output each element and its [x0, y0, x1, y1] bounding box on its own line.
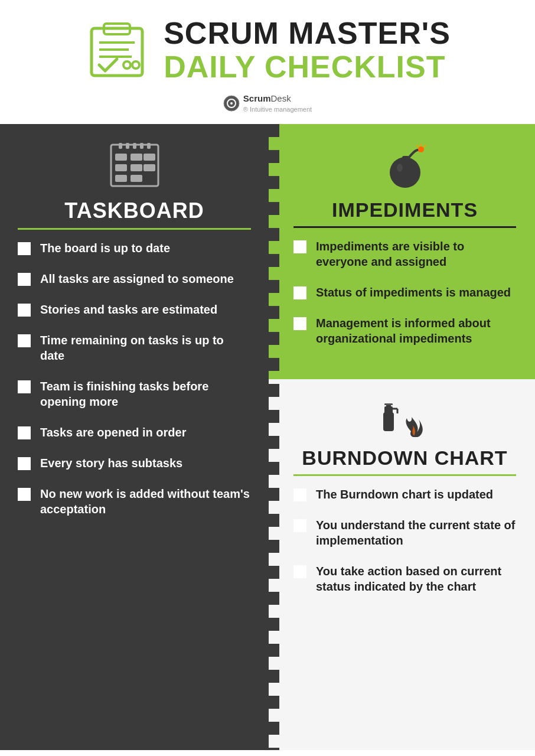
header-line1: SCRUM MASTER'S: [164, 17, 451, 50]
checkbox[interactable]: [18, 426, 31, 439]
list-item: The board is up to date: [18, 240, 251, 256]
item-text: The Burndown chart is updated: [316, 487, 493, 502]
right-column: IMPEDIMENTS Impediments are visible to e…: [269, 124, 535, 750]
list-item: No new work is added without team's acce…: [18, 486, 251, 517]
taskboard-checklist: The board is up to date All tasks are as…: [18, 240, 251, 517]
checkbox[interactable]: [293, 488, 306, 501]
item-text: Management is informed about organizatio…: [316, 315, 516, 346]
checkbox[interactable]: [18, 273, 31, 286]
svg-point-9: [230, 102, 233, 105]
checkbox[interactable]: [18, 380, 31, 393]
item-text: Status of impediments is managed: [316, 285, 511, 300]
main-content: TASKBOARD The board is up to date All ta…: [0, 124, 535, 750]
checkbox[interactable]: [18, 488, 31, 501]
svg-rect-17: [131, 154, 142, 161]
item-text: No new work is added without team's acce…: [40, 486, 251, 517]
svg-line-29: [416, 145, 419, 147]
svg-rect-15: [147, 143, 151, 149]
item-text: All tasks are assigned to someone: [40, 271, 234, 286]
svg-line-28: [423, 145, 426, 147]
svg-rect-22: [115, 175, 127, 182]
item-text: Time remaining on tasks is up to date: [40, 333, 251, 363]
item-text: You understand the current state of impl…: [316, 517, 516, 548]
list-item: Management is informed about organizatio…: [293, 315, 516, 346]
impediments-icon: [293, 142, 516, 189]
svg-rect-18: [143, 154, 155, 161]
burndown-checklist: The Burndown chart is updated You unders…: [293, 487, 516, 594]
list-item: Tasks are opened in order: [18, 425, 251, 440]
list-item: Every story has subtasks: [18, 455, 251, 471]
header-title: SCRUM MASTER'S DAILY CHECKLIST: [164, 17, 451, 84]
item-text: Tasks are opened in order: [40, 425, 187, 440]
checkbox[interactable]: [18, 334, 31, 347]
scrumdesk-logo-icon: [223, 95, 240, 112]
impediments-checklist: Impediments are visible to everyone and …: [293, 239, 516, 346]
clipboard-icon: [84, 18, 149, 83]
svg-rect-31: [383, 412, 394, 431]
list-item: Impediments are visible to everyone and …: [293, 239, 516, 269]
list-item: All tasks are assigned to someone: [18, 271, 251, 286]
svg-point-5: [123, 61, 131, 69]
header: SCRUM MASTER'S DAILY CHECKLIST: [0, 0, 535, 90]
svg-rect-11: [119, 143, 122, 149]
svg-rect-12: [126, 143, 129, 149]
item-text: Impediments are visible to everyone and …: [316, 239, 516, 269]
item-text: Team is finishing tasks before opening m…: [40, 379, 251, 409]
list-item: The Burndown chart is updated: [293, 487, 516, 502]
taskboard-icon: [18, 142, 251, 189]
svg-point-26: [418, 146, 424, 152]
impediments-title: IMPEDIMENTS: [293, 198, 516, 228]
list-item: Time remaining on tasks is up to date: [18, 333, 251, 363]
item-text: You take action based on current status …: [316, 563, 516, 594]
list-item: Stories and tasks are estimated: [18, 302, 251, 317]
checkbox[interactable]: [293, 317, 306, 330]
list-item: Team is finishing tasks before opening m…: [18, 379, 251, 409]
svg-rect-34: [384, 403, 393, 405]
header-line2: DAILY CHECKLIST: [164, 50, 451, 84]
svg-rect-23: [131, 175, 142, 182]
item-text: The board is up to date: [40, 240, 170, 256]
checkbox[interactable]: [18, 457, 31, 470]
list-item: You understand the current state of impl…: [293, 517, 516, 548]
burndown-section: BURNDOWN CHART The Burndown chart is upd…: [269, 379, 535, 750]
svg-rect-19: [115, 164, 127, 171]
list-item: Status of impediments is managed: [293, 285, 516, 300]
checkbox[interactable]: [293, 240, 306, 253]
item-text: Every story has subtasks: [40, 455, 182, 471]
svg-point-6: [132, 61, 139, 69]
burndown-title: BURNDOWN CHART: [293, 447, 516, 476]
burndown-icon: [293, 396, 516, 437]
svg-rect-21: [143, 164, 155, 171]
svg-rect-16: [115, 154, 127, 161]
checkbox[interactable]: [293, 519, 306, 532]
brand-text: ScrumDesk® Intuitive management: [243, 93, 312, 113]
checkbox[interactable]: [293, 286, 306, 299]
taskboard-title: TASKBOARD: [18, 198, 251, 230]
item-text: Stories and tasks are estimated: [40, 302, 217, 317]
svg-point-30: [397, 164, 403, 172]
checkbox[interactable]: [18, 304, 31, 317]
brand: ScrumDesk® Intuitive management: [0, 90, 535, 124]
checkbox[interactable]: [293, 565, 306, 578]
svg-rect-20: [131, 164, 142, 171]
impediments-section: IMPEDIMENTS Impediments are visible to e…: [269, 124, 535, 379]
svg-rect-14: [140, 143, 143, 149]
svg-rect-13: [133, 143, 136, 149]
checkbox[interactable]: [18, 242, 31, 255]
taskboard-section: TASKBOARD The board is up to date All ta…: [0, 124, 269, 750]
list-item: You take action based on current status …: [293, 563, 516, 594]
